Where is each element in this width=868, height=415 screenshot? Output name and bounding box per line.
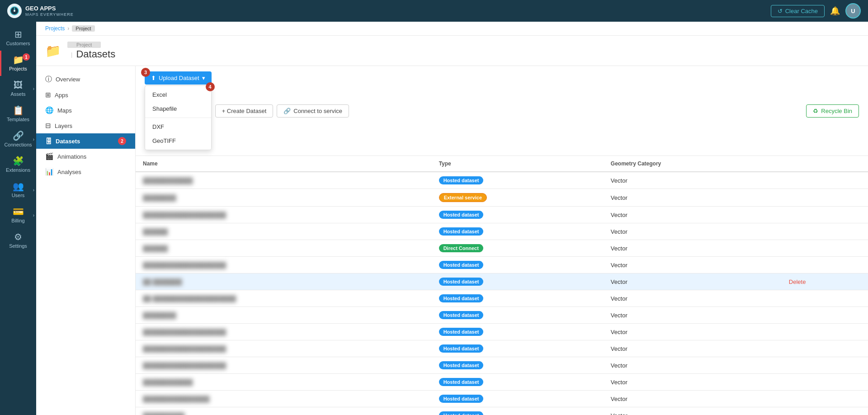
- main-pane: 3 ⬆ Upload Dataset ▾ 4 Excel Shapefile: [136, 66, 868, 415]
- row-name[interactable]: ████████████████████: [136, 324, 432, 340]
- upload-dropdown-menu: 4 Excel Shapefile DXF GeoTIFF: [145, 85, 212, 150]
- row-name[interactable]: ████████████████████: [136, 257, 432, 274]
- templates-icon: 📋: [13, 106, 24, 115]
- row-name[interactable]: ████████: [136, 307, 432, 324]
- assets-arrow-icon: ›: [33, 86, 34, 91]
- content-panes: ⓘ Overview ⊞ Apps 🌐 Maps ⊟ Layers 🗄: [36, 66, 868, 415]
- left-nav-maps[interactable]: 🌐 Maps: [36, 103, 135, 118]
- sidebar: ⊞ Customers 1 📁 Projects 🖼 Assets › 📋 Te…: [0, 22, 36, 415]
- clear-cache-button[interactable]: ↺ Clear Cache: [771, 5, 825, 17]
- row-actions: [782, 223, 868, 240]
- left-nav-analyses[interactable]: 📊 Analyses: [36, 164, 135, 179]
- sidebar-item-templates[interactable]: 📋 Templates: [0, 101, 36, 127]
- table-row: ████████████ Hosted dataset Vector: [136, 374, 868, 391]
- row-name[interactable]: ████████████████████: [136, 357, 432, 374]
- row-geometry: Vector: [604, 172, 782, 189]
- breadcrumb-parent[interactable]: Projects: [45, 25, 65, 32]
- datasets-nav-badge: 2: [118, 137, 126, 145]
- sidebar-item-billing[interactable]: 💳 Billing ›: [0, 203, 36, 228]
- topnav: GEO APPS MAPS EVERYWHERE ↺ Clear Cache 🔔…: [0, 0, 868, 22]
- row-name[interactable]: ████████: [136, 189, 432, 207]
- table-row: ████████ Hosted dataset Vector: [136, 307, 868, 324]
- col-name: Name: [136, 156, 432, 172]
- sidebar-item-connections[interactable]: 🔗 Connections ›: [0, 127, 36, 152]
- row-actions: [782, 207, 868, 223]
- row-name[interactable]: ██████: [136, 240, 432, 257]
- toolbar: 3 ⬆ Upload Dataset ▾ 4 Excel Shapefile: [136, 66, 868, 156]
- row-name[interactable]: ████████████████████: [136, 207, 432, 223]
- dropdown-shapefile[interactable]: Shapefile: [145, 102, 211, 116]
- row-geometry: Vector: [604, 374, 782, 391]
- animations-nav-label: Animations: [57, 153, 86, 160]
- sidebar-item-customers[interactable]: ⊞ Customers: [0, 25, 36, 51]
- table-row: ████████████████████ Hosted dataset Vect…: [136, 207, 868, 223]
- recycle-bin-button[interactable]: ♻ Recycle Bin: [806, 104, 859, 118]
- content-area: Projects › Project 📁 Project | Datasets …: [36, 22, 868, 415]
- connections-arrow-icon: ›: [33, 137, 34, 142]
- sidebar-item-assets[interactable]: 🖼 Assets ›: [0, 76, 36, 101]
- left-nav-overview[interactable]: ⓘ Overview: [36, 71, 135, 87]
- row-geometry: Vector: [604, 189, 782, 207]
- layers-nav-icon: ⊟: [45, 122, 51, 130]
- sidebar-label-billing: Billing: [11, 218, 24, 223]
- sidebar-item-projects[interactable]: 1 📁 Projects: [0, 51, 36, 76]
- left-nav-datasets[interactable]: 🗄 Datasets 2: [36, 133, 135, 149]
- sidebar-item-settings[interactable]: ⚙ Settings: [0, 228, 36, 253]
- row-type: External service: [432, 189, 604, 207]
- create-dataset-button[interactable]: + Create Dataset: [215, 104, 274, 118]
- connections-icon: 🔗: [13, 131, 24, 140]
- table-row: ██ ████████████████████ Hosted dataset V…: [136, 290, 868, 307]
- table-row: ████████████████████ Hosted dataset Vect…: [136, 340, 868, 357]
- refresh-icon: ↺: [778, 8, 783, 14]
- upload-dataset-button[interactable]: ⬆ Upload Dataset ▾: [145, 71, 212, 85]
- row-geometry: Vector: [604, 357, 782, 374]
- row-name[interactable]: ██ ████████████████████: [136, 290, 432, 307]
- sidebar-label-assets: Assets: [10, 91, 25, 97]
- row-name[interactable]: ████████████████████: [136, 340, 432, 357]
- sidebar-label-users: Users: [12, 193, 25, 198]
- row-name[interactable]: ██████: [136, 223, 432, 240]
- layers-nav-label: Layers: [55, 123, 72, 129]
- row-name[interactable]: ██ ███████: [136, 274, 432, 290]
- row-geometry: Vector: [604, 407, 782, 415]
- delete-button[interactable]: Delete: [789, 278, 806, 285]
- create-label: + Create Dataset: [222, 108, 267, 114]
- avatar[interactable]: U: [845, 3, 861, 19]
- row-geometry: Vector: [604, 290, 782, 307]
- users-icon: 👥: [13, 182, 24, 191]
- breadcrumb-current: Project: [72, 25, 94, 32]
- row-actions: Delete: [782, 274, 868, 290]
- overview-nav-label: Overview: [56, 76, 80, 83]
- row-actions: [782, 290, 868, 307]
- row-name[interactable]: ████████████: [136, 374, 432, 391]
- row-geometry: Vector: [604, 240, 782, 257]
- row-geometry: Vector: [604, 324, 782, 340]
- analyses-nav-icon: 📊: [45, 168, 54, 176]
- topnav-right: ↺ Clear Cache 🔔 U: [771, 3, 861, 19]
- sidebar-item-users[interactable]: 👥 Users ›: [0, 177, 36, 203]
- datasets-table: Name Type Geometry Category ████████████…: [136, 156, 868, 415]
- datasets-nav-icon: 🗄: [45, 137, 52, 145]
- row-type: Hosted dataset: [432, 391, 604, 407]
- dropdown-dxf[interactable]: DXF: [145, 120, 211, 134]
- row-name[interactable]: ████████████: [136, 172, 432, 189]
- sidebar-item-extensions[interactable]: 🧩 Extensions: [0, 152, 36, 177]
- dropdown-geotiff[interactable]: GeoTIFF: [145, 134, 211, 148]
- left-nav-animations[interactable]: 🎬 Animations: [36, 149, 135, 164]
- row-name[interactable]: ██████████: [136, 407, 432, 415]
- dropdown-excel[interactable]: Excel: [145, 88, 211, 102]
- maps-nav-icon: 🌐: [45, 106, 54, 114]
- row-actions: [782, 257, 868, 274]
- left-nav-layers[interactable]: ⊟ Layers: [36, 118, 135, 133]
- notification-icon[interactable]: 🔔: [830, 6, 840, 16]
- row-name[interactable]: ████████████████: [136, 391, 432, 407]
- row-actions: [782, 189, 868, 207]
- left-nav-apps[interactable]: ⊞ Apps: [36, 87, 135, 103]
- row-actions: [782, 340, 868, 357]
- recycle-label: Recycle Bin: [821, 108, 852, 114]
- connect-service-button[interactable]: 🔗 Connect to service: [277, 104, 349, 118]
- sidebar-label-customers: Customers: [6, 41, 30, 46]
- project-name: Project: [67, 42, 101, 48]
- upload-icon: ⬆: [151, 75, 156, 81]
- left-nav: ⓘ Overview ⊞ Apps 🌐 Maps ⊟ Layers 🗄: [36, 66, 136, 415]
